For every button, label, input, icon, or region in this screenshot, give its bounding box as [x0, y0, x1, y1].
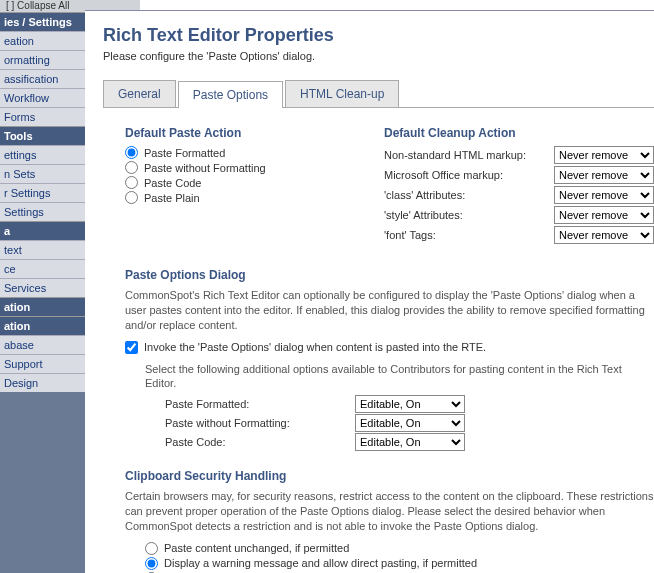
sidebar-item[interactable]: r Settings	[0, 183, 85, 202]
page-title: Rich Text Editor Properties	[103, 25, 654, 46]
sidebar-item[interactable]: ormatting	[0, 50, 85, 69]
cleanup-select[interactable]: Never remove	[554, 226, 654, 244]
sidebar-header[interactable]: ation	[0, 297, 85, 316]
clipboard-radio[interactable]	[145, 542, 158, 555]
clipboard-option-label: Paste content unchanged, if permitted	[164, 542, 349, 554]
cleanup-select[interactable]: Never remove	[554, 146, 654, 164]
cleanup-row-label: 'class' Attributes:	[384, 189, 554, 201]
sidebar-item[interactable]: assification	[0, 69, 85, 88]
sidebar-header[interactable]: a	[0, 221, 85, 240]
tab-general[interactable]: General	[103, 80, 176, 107]
default-paste-radio[interactable]	[125, 146, 138, 159]
paste-option-select[interactable]: Editable, On	[355, 395, 465, 413]
sidebar-item[interactable]: eation	[0, 31, 85, 50]
tab-html-cleanup[interactable]: HTML Clean-up	[285, 80, 399, 107]
paste-option-row-label: Paste Code:	[165, 436, 355, 448]
cleanup-select[interactable]: Never remove	[554, 206, 654, 224]
sidebar-nav: ies / Settingseationormattingassificatio…	[0, 12, 85, 392]
sidebar-item[interactable]: Workflow	[0, 88, 85, 107]
default-paste-option-label: Paste Formatted	[144, 147, 225, 159]
default-paste-title: Default Paste Action	[125, 126, 354, 140]
paste-option-row-label: Paste Formatted:	[165, 398, 355, 410]
sidebar-item[interactable]: abase	[0, 335, 85, 354]
sidebar-header[interactable]: ies / Settings	[0, 12, 85, 31]
properties-panel: Rich Text Editor Properties Please confi…	[85, 10, 654, 573]
paste-dialog-title: Paste Options Dialog	[125, 268, 654, 282]
tab-content: Default Paste Action Paste FormattedPast…	[103, 108, 654, 573]
tab-paste-options[interactable]: Paste Options	[178, 81, 283, 108]
sidebar-item[interactable]: Settings	[0, 202, 85, 221]
sidebar-item[interactable]: ettings	[0, 145, 85, 164]
paste-option-row-label: Paste without Formatting:	[165, 417, 355, 429]
cleanup-row-label: Non-standard HTML markup:	[384, 149, 554, 161]
default-paste-option-label: Paste Plain	[144, 192, 200, 204]
default-cleanup-title: Default Cleanup Action	[384, 126, 654, 140]
sidebar-header[interactable]: Tools	[0, 126, 85, 145]
paste-dialog-desc: CommonSpot's Rich Text Editor can option…	[125, 288, 654, 333]
cleanup-row-label: 'style' Attributes:	[384, 209, 554, 221]
cleanup-row-label: 'font' Tags:	[384, 229, 554, 241]
paste-option-select[interactable]: Editable, On	[355, 433, 465, 451]
sidebar-item[interactable]: Design	[0, 373, 85, 392]
sidebar-item[interactable]: Services	[0, 278, 85, 297]
invoke-paste-options-checkbox[interactable]	[125, 341, 138, 354]
paste-dialog-subdesc: Select the following additional options …	[145, 362, 654, 392]
default-paste-radio[interactable]	[125, 176, 138, 189]
paste-option-select[interactable]: Editable, On	[355, 414, 465, 432]
default-paste-option-label: Paste without Formatting	[144, 162, 266, 174]
clipboard-radio[interactable]	[145, 557, 158, 570]
clipboard-option-label: Display a warning message and allow dire…	[164, 557, 477, 569]
page-subtitle: Please configure the 'Paste Options' dia…	[103, 50, 654, 62]
sidebar-item[interactable]: Support	[0, 354, 85, 373]
sidebar-item[interactable]: n Sets	[0, 164, 85, 183]
clipboard-title: Clipboard Security Handling	[125, 469, 654, 483]
sidebar-header[interactable]: ation	[0, 316, 85, 335]
sidebar-item[interactable]: Forms	[0, 107, 85, 126]
cleanup-select[interactable]: Never remove	[554, 186, 654, 204]
clipboard-desc: Certain browsers may, for security reaso…	[125, 489, 654, 534]
sidebar-item[interactable]: ce	[0, 259, 85, 278]
tab-bar: General Paste Options HTML Clean-up	[103, 80, 654, 108]
default-paste-radio[interactable]	[125, 191, 138, 204]
sidebar-item[interactable]: text	[0, 240, 85, 259]
cleanup-row-label: Microsoft Office markup:	[384, 169, 554, 181]
default-paste-radio[interactable]	[125, 161, 138, 174]
cleanup-select[interactable]: Never remove	[554, 166, 654, 184]
invoke-paste-options-label: Invoke the 'Paste Options' dialog when c…	[144, 341, 486, 353]
default-paste-option-label: Paste Code	[144, 177, 201, 189]
